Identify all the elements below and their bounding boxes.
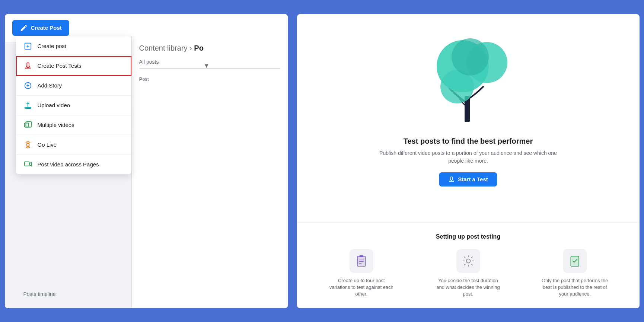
content-area: Content library › Po ▼ All posts Post — [131, 36, 288, 308]
post-video-pages-icon — [23, 160, 32, 169]
flask-icon — [23, 61, 32, 70]
clipboard-icon — [355, 254, 368, 268]
svg-rect-3 — [25, 107, 31, 108]
posts-timeline-label: Posts timeline — [23, 291, 56, 297]
info-card-3: Only the post that performs the best is … — [525, 249, 625, 298]
left-panel: Create Post Create post Create Post Tes — [5, 14, 288, 308]
gear-icon — [462, 254, 475, 268]
info-icon-1 — [350, 249, 373, 273]
breadcrumb: Content library › Po — [139, 44, 280, 52]
flask-btn-icon — [448, 176, 455, 183]
right-panel-title: Test posts to find the best performer — [404, 137, 533, 146]
dropdown-menu: Create post Create Post Tests Publish th… — [16, 36, 131, 174]
menu-item-add-story[interactable]: Add Story — [16, 76, 131, 96]
tree-illustration — [427, 25, 509, 130]
menu-item-multiple-videos[interactable]: Multiple videos — [16, 115, 131, 135]
menu-item-upload-video[interactable]: Upload video — [16, 96, 131, 115]
setup-title: Setting up post testing — [312, 233, 625, 240]
right-panel-subtitle: Publish different video posts to a porti… — [375, 149, 561, 165]
menu-item-create-post[interactable]: Create post — [16, 36, 131, 56]
right-top-section: Test posts to find the best performer Pu… — [297, 14, 640, 223]
tab-bar: All posts — [139, 58, 280, 69]
menu-item-post-video-pages[interactable]: Post video across Pages — [16, 155, 131, 174]
right-panel: Test posts to find the best performer Pu… — [297, 14, 640, 308]
info-cards: Create up to four post variations to tes… — [312, 249, 625, 298]
dropdown-arrow-icon: ▼ — [204, 63, 210, 69]
menu-item-go-live[interactable]: Go Live — [16, 135, 131, 155]
svg-point-6 — [26, 143, 29, 146]
multiple-videos-icon — [23, 121, 32, 130]
right-bottom-section: Setting up post testing Create up to fou… — [297, 223, 640, 308]
svg-rect-4 — [24, 123, 28, 127]
info-card-1-text: Create up to four post variations to tes… — [328, 277, 395, 298]
info-card-2-text: You decide the test duration and what de… — [435, 277, 502, 298]
create-post-button[interactable]: Create Post — [12, 20, 69, 36]
svg-point-1 — [27, 67, 28, 68]
info-card-3-text: Only the post that performs the best is … — [541, 277, 608, 298]
menu-item-create-post-tests[interactable]: Create Post Tests — [16, 56, 131, 76]
go-live-icon — [23, 140, 32, 149]
create-post-icon — [23, 42, 32, 51]
check-document-icon — [568, 254, 581, 268]
edit-icon — [20, 24, 28, 32]
all-posts-tab[interactable]: All posts — [139, 59, 159, 65]
info-card-1: Create up to four post variations to tes… — [312, 249, 411, 298]
post-column-header: Post — [139, 76, 280, 82]
svg-point-13 — [451, 180, 452, 181]
info-card-2: You decide the test duration and what de… — [418, 249, 518, 298]
svg-rect-14 — [357, 256, 366, 266]
info-icon-2 — [456, 249, 480, 273]
svg-point-20 — [466, 259, 470, 263]
svg-point-12 — [452, 38, 489, 76]
info-icon-3 — [563, 249, 587, 273]
upload-icon — [23, 101, 32, 110]
add-story-icon — [23, 81, 32, 90]
svg-rect-16 — [359, 255, 363, 257]
start-test-button[interactable]: Start a Test — [439, 172, 497, 186]
svg-rect-7 — [24, 162, 29, 166]
